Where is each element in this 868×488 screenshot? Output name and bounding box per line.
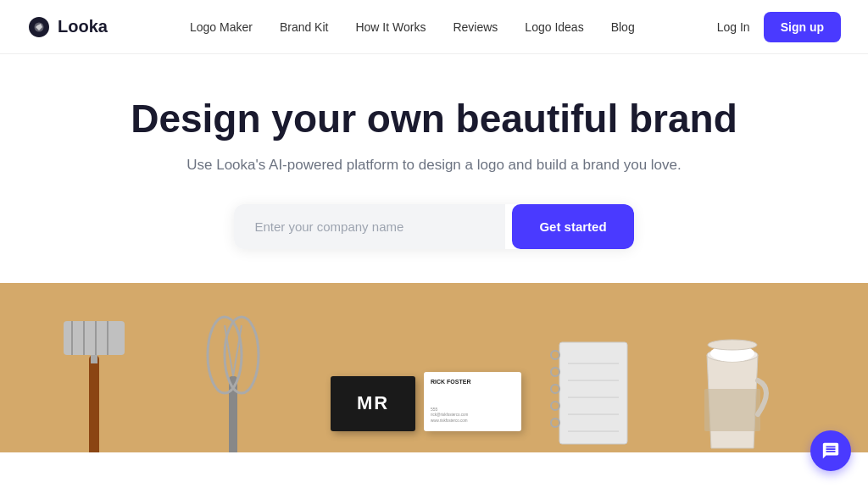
logo-text: Looka (58, 17, 108, 36)
business-card-black: MR (331, 376, 415, 431)
svg-rect-23 (704, 389, 760, 431)
nav-brand-kit[interactable]: Brand Kit (280, 20, 329, 34)
svg-rect-0 (89, 355, 99, 452)
main-nav: Logo Maker Brand Kit How It Works Review… (190, 20, 635, 34)
notebook-icon (547, 338, 632, 448)
svg-point-15 (551, 385, 559, 393)
chat-icon (821, 441, 840, 460)
nav-logo-ideas[interactable]: Logo Ideas (525, 20, 583, 34)
logo[interactable]: Looka (27, 15, 108, 39)
nav-reviews[interactable]: Reviews (453, 20, 498, 34)
coffee-cup-icon (694, 330, 771, 452)
hero-section: Design your own beautiful brand Use Look… (0, 54, 868, 283)
spatula-icon (47, 313, 140, 452)
svg-point-16 (551, 402, 559, 410)
business-card-white: RICK FOSTER 555 rick@riskfosterco.com ww… (424, 372, 521, 431)
svg-point-26 (708, 340, 757, 350)
whisk-icon (203, 308, 263, 452)
nav-how-it-works[interactable]: How It Works (355, 20, 426, 34)
bottom-section: MR RICK FOSTER 555 rick@riskfosterco.com… (0, 283, 868, 452)
logo-icon (27, 15, 51, 39)
header-actions: Log In Sign up (717, 12, 841, 42)
chat-button[interactable] (810, 430, 851, 471)
svg-point-13 (551, 351, 559, 359)
svg-point-14 (551, 368, 559, 376)
hero-heading: Design your own beautiful brand (131, 97, 737, 141)
nav-blog[interactable]: Blog (611, 20, 635, 34)
svg-point-17 (551, 419, 559, 427)
hero-subheading: Use Looka's AI-powered platform to desig… (186, 157, 682, 174)
site-header: Looka Logo Maker Brand Kit How It Works … (0, 0, 868, 54)
hero-form: Get started (234, 204, 633, 249)
signup-button[interactable]: Sign up (764, 12, 841, 42)
nav-logo-maker[interactable]: Logo Maker (190, 20, 253, 34)
get-started-button[interactable]: Get started (512, 204, 633, 249)
login-button[interactable]: Log In (717, 20, 750, 34)
company-name-input[interactable] (234, 204, 505, 249)
svg-rect-12 (559, 342, 627, 444)
